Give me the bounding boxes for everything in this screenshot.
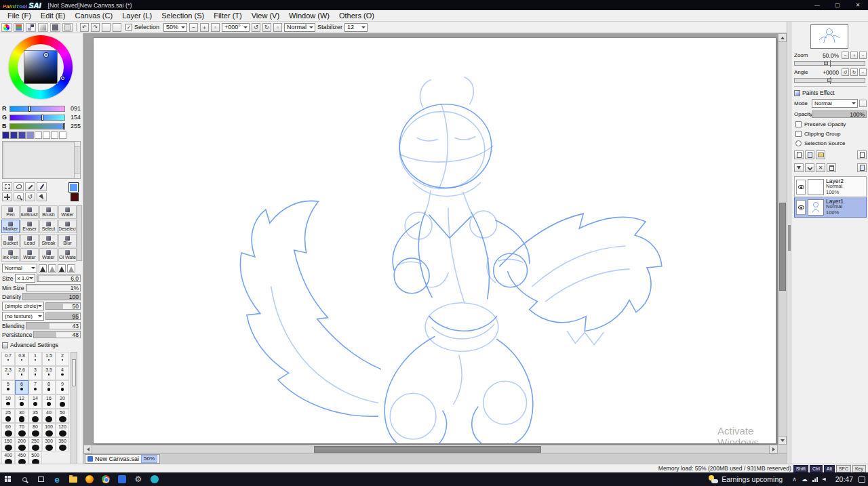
edge-shape-soft-icon[interactable] <box>48 264 56 272</box>
selection-pen-icon[interactable] <box>37 182 47 191</box>
rotate-tool-icon[interactable]: ↺ <box>25 193 35 201</box>
brush-size-cell[interactable]: 70 <box>15 423 28 437</box>
brush-size-cell[interactable]: 16 <box>42 394 56 409</box>
edge-shape-hard-icon[interactable] <box>39 264 47 272</box>
panel-toggle-scratchpad-icon[interactable] <box>38 23 48 32</box>
panel-toggle-dark-icon[interactable] <box>50 23 60 32</box>
tool-item[interactable]: Bucket <box>1 234 20 247</box>
brush-size-cell[interactable]: 3 <box>28 366 42 380</box>
brush-size-cell[interactable]: 3.5 <box>42 366 56 380</box>
redo-button[interactable]: ↷ <box>91 23 100 32</box>
edge-shape-blend-icon[interactable] <box>67 264 75 272</box>
color-swatch[interactable] <box>18 131 26 139</box>
move-tool-icon[interactable] <box>2 193 12 201</box>
tool-item[interactable]: Eraser <box>20 220 39 233</box>
panel-toggle-rgb-icon[interactable] <box>14 23 24 32</box>
minimize-button[interactable]: — <box>807 0 827 10</box>
preserve-opacity-checkbox[interactable] <box>795 121 802 127</box>
nav-rotate-cw-button[interactable]: ↻ <box>850 68 858 76</box>
nav-zoom-reset-button[interactable]: ▫ <box>859 52 867 59</box>
taskbar-firefox-app[interactable] <box>81 472 98 486</box>
rotate-ccw-button[interactable]: ↺ <box>252 23 260 32</box>
brush-size-cell[interactable]: 100 <box>42 423 56 437</box>
brush-texture-slider[interactable]: 95 <box>45 312 81 320</box>
zoom-tool-icon[interactable] <box>14 193 24 201</box>
scroll-down-icon[interactable] <box>778 436 787 445</box>
brush-size-cell[interactable]: 10 <box>1 394 15 409</box>
tool-item[interactable]: Brush <box>39 205 58 219</box>
panel-toggle-color-wheel-icon[interactable] <box>1 23 12 32</box>
tool-item[interactable]: Ink Pen <box>1 248 20 262</box>
brush-size-cell[interactable]: 1 <box>28 352 42 366</box>
advanced-settings-toggle[interactable]: Advanced Settings <box>2 342 83 348</box>
panel-toggle-swatches-icon[interactable] <box>26 23 36 32</box>
new-layer-icon[interactable] <box>794 150 804 159</box>
close-button[interactable]: ✕ <box>848 0 868 10</box>
onedrive-cloud-icon[interactable]: ☁ <box>802 476 808 483</box>
navigator-thumbnail[interactable] <box>810 24 848 49</box>
brush-size-cell[interactable]: 50 <box>56 409 69 423</box>
selection-next-button[interactable] <box>113 23 121 32</box>
brush-size-cell[interactable]: 25 <box>1 409 15 423</box>
task-view-button[interactable] <box>33 472 49 486</box>
tool-item[interactable]: Pen <box>1 205 20 219</box>
taskbar-blue-app[interactable] <box>114 472 130 486</box>
brush-size-cell[interactable]: 5 <box>1 380 15 394</box>
scroll-up-icon[interactable] <box>778 33 787 42</box>
tool-item[interactable]: Water <box>20 248 39 262</box>
brush-size-cell[interactable]: 300 <box>42 437 56 451</box>
zoom-out-button[interactable]: − <box>189 23 198 32</box>
layer-panel-mode-icon[interactable] <box>857 150 867 159</box>
brush-size-cell[interactable]: 12 <box>15 394 28 409</box>
min-size-slider[interactable]: 1% <box>26 284 81 291</box>
brush-size-cell[interactable]: 400 <box>1 451 15 464</box>
brush-size-cell[interactable]: 6 <box>15 380 28 394</box>
brush-size-cell[interactable]: 40 <box>42 409 56 423</box>
maximize-button[interactable]: ▢ <box>827 0 848 10</box>
brush-size-cell[interactable]: 8 <box>42 380 56 394</box>
layer-mode-select[interactable]: Normal <box>812 99 858 108</box>
hue-ring[interactable] <box>9 35 73 99</box>
tool-item[interactable]: Streak <box>39 234 58 247</box>
selection-checkbox[interactable]: ✓ <box>125 24 132 31</box>
layer-visibility-toggle[interactable] <box>796 180 806 195</box>
menu-item[interactable]: Selection (S) <box>157 12 209 20</box>
magic-wand-icon[interactable] <box>25 182 35 191</box>
new-linework-layer-icon[interactable] <box>805 150 814 159</box>
taskbar-widget[interactable]: Earnings upcoming <box>703 475 788 483</box>
clear-layer-icon[interactable]: ✕ <box>816 163 825 172</box>
vertical-scrollbar[interactable] <box>778 33 787 445</box>
color-swatch[interactable] <box>26 131 34 139</box>
color-swatch[interactable] <box>51 131 58 139</box>
brush-size-cell[interactable]: 35 <box>28 409 42 423</box>
scroll-left-icon[interactable] <box>83 445 92 453</box>
taskbar-chrome-app[interactable] <box>98 472 114 486</box>
brush-size-cell[interactable]: 0.7 <box>1 352 15 366</box>
menu-item[interactable]: File (F) <box>3 12 36 20</box>
blending-slider[interactable]: 43 <box>26 322 81 329</box>
brush-size-cell[interactable]: 1.5 <box>42 352 56 366</box>
secondary-color-chip[interactable] <box>71 193 79 201</box>
color-swatch[interactable] <box>43 131 50 139</box>
brush-edge-select[interactable]: Normal <box>2 264 37 272</box>
nav-rotate-ccw-button[interactable]: ↺ <box>842 68 849 76</box>
brush-size-cell[interactable]: 450 <box>15 451 28 464</box>
taskbar-search-button[interactable] <box>16 472 33 486</box>
angle-select[interactable]: +000° <box>222 23 250 32</box>
zoom-reset-button[interactable]: ▫ <box>211 23 220 32</box>
brush-size-cell[interactable]: 30 <box>15 409 28 423</box>
swatch-panel[interactable] <box>2 141 81 179</box>
layer-row[interactable]: Layer1 Normal 100% <box>794 197 867 218</box>
canvas[interactable] <box>93 37 776 444</box>
tool-item[interactable]: Water <box>58 205 77 219</box>
transfer-down-icon[interactable] <box>794 163 804 172</box>
swatch-scrollbar[interactable] <box>74 142 80 178</box>
g-slider[interactable] <box>9 115 65 121</box>
edge-shape-flat-icon[interactable] <box>58 264 66 272</box>
menu-item[interactable]: Others (O) <box>334 12 379 20</box>
scroll-right-icon[interactable] <box>769 445 778 453</box>
right-panel-scrollbar[interactable] <box>787 22 791 464</box>
tool-item[interactable]: Deselect <box>58 220 77 233</box>
menu-item[interactable]: Layer (L) <box>117 12 157 20</box>
tool-item[interactable]: Water <box>39 248 58 262</box>
